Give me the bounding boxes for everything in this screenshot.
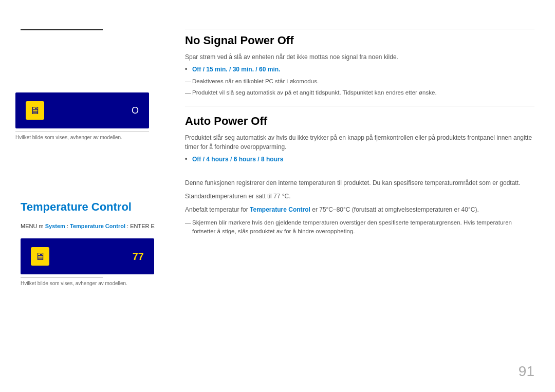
auto-power-section: Auto Power Off Produktet slår seg automa… <box>185 115 534 163</box>
menu-prefix: MENU m <box>21 223 44 229</box>
screen-divider-top <box>15 132 149 132</box>
temp-desc3-suffix: er 75°C–80°C (forutsatt at omgivelsestem… <box>310 206 479 213</box>
screen-box-bottom: 🖥 77 <box>21 238 154 274</box>
screen-top-value: O <box>132 105 139 116</box>
menu-enter: : ENTER E <box>127 223 155 229</box>
no-signal-desc: Spar strøm ved å slå av enheten når det … <box>185 52 534 62</box>
no-signal-options: • Off / 15 min. / 30 min. / 60 min. <box>185 66 534 73</box>
no-signal-note1: — Deaktiveres når en tilkoblet PC står i… <box>185 77 534 86</box>
menu-system: System <box>45 223 65 229</box>
screen-icon-top: 🖥 <box>26 101 44 120</box>
temp-note1: — Skjermen blir mørkere hvis den gjelden… <box>185 218 534 236</box>
no-signal-option: • Off / 15 min. / 30 min. / 60 min. <box>185 66 534 73</box>
auto-power-option-text: Off / 4 hours / 6 hours / 8 hours <box>192 156 283 163</box>
auto-power-heading: Auto Power Off <box>185 115 534 128</box>
screen-mockup-top: 🖥 O Hvilket bilde som vises, avhenger av… <box>15 92 149 140</box>
no-signal-section: No Signal Power Off Spar strøm ved å slå… <box>185 34 534 98</box>
screen-icon-bottom: 🖥 <box>31 247 49 266</box>
page-number: 91 <box>519 363 534 380</box>
temp-desc3-prefix: Anbefalt temperatur for <box>185 206 250 213</box>
temp-desc2: Standardtemperaturen er satt til 77 °C. <box>185 192 534 201</box>
auto-power-options: • Off / 4 hours / 6 hours / 8 hours <box>185 156 534 163</box>
no-signal-option-text: Off / 15 min. / 30 min. / 60 min. <box>192 66 280 73</box>
screen-note-top: Hvilket bilde som vises, avhenger av mod… <box>15 135 149 140</box>
temp-desc3: Anbefalt temperatur for Temperature Cont… <box>185 205 534 214</box>
temp-control-title: Temperature Control <box>21 200 170 214</box>
screen-mockup-bottom: 🖥 77 Hvilket bilde som vises, avhenger a… <box>21 238 170 286</box>
temp-control-highlight: Temperature Control <box>250 206 310 213</box>
no-signal-heading: No Signal Power Off <box>185 34 534 47</box>
screen-bottom-value: 77 <box>133 251 144 263</box>
screen-box-top: 🖥 O <box>15 92 149 128</box>
temp-control-left-section: Temperature Control MENU m System : Temp… <box>21 200 170 286</box>
temp-desc1: Denne funksjonen registrerer den interne… <box>185 178 534 188</box>
right-content: No Signal Power Off Spar strøm ved å slå… <box>185 29 534 236</box>
auto-power-option: • Off / 4 hours / 6 hours / 8 hours <box>185 156 534 163</box>
auto-power-desc: Produktet slår seg automatisk av hvis du… <box>185 133 534 152</box>
temp-control-right-section: Denne funksjonen registrerer den interne… <box>185 178 534 236</box>
no-signal-note2: — Produktet vil slå seg automatisk av på… <box>185 88 534 97</box>
menu-temp: Temperature Control <box>70 223 125 229</box>
screen-note-bottom: Hvilket bilde som vises, avhenger av mod… <box>21 281 170 286</box>
menu-path: MENU m System : Temperature Control : EN… <box>21 223 170 229</box>
top-divider-left <box>21 29 103 30</box>
screen-divider-bottom <box>21 277 103 278</box>
section-divider <box>185 106 534 106</box>
